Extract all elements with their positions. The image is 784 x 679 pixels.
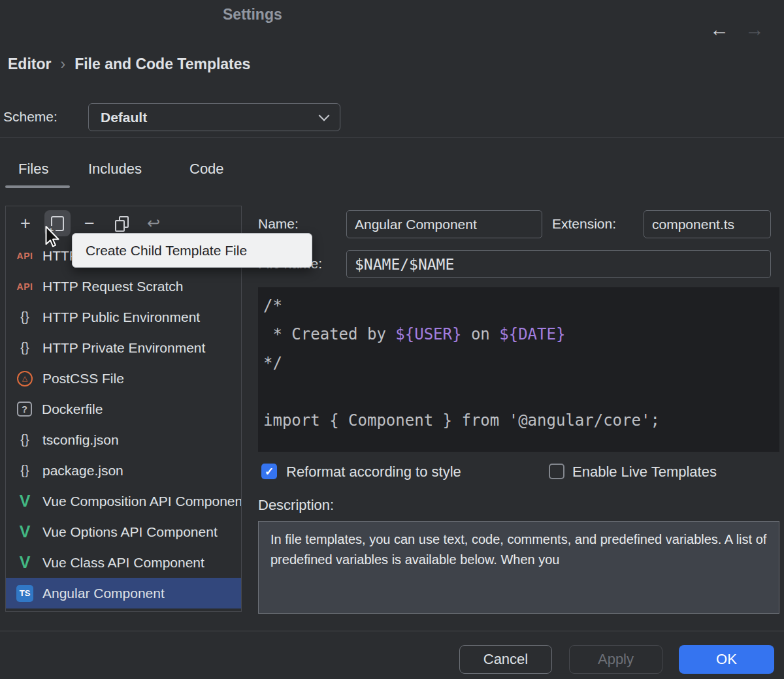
active-tab-indicator bbox=[5, 185, 70, 188]
template-row[interactable]: V Vue Class API Component bbox=[6, 547, 241, 578]
ok-button[interactable]: OK bbox=[679, 645, 774, 674]
chevron-down-icon bbox=[319, 110, 330, 121]
description-label: Description: bbox=[258, 497, 334, 514]
divider bbox=[0, 631, 784, 631]
code-line: * Created by ${USER} on ${DATE} bbox=[263, 320, 774, 349]
braces-icon: {} bbox=[14, 309, 36, 324]
breadcrumb-separator-icon: › bbox=[60, 55, 65, 72]
template-list: API HTTP Request API HTTP Request Scratc… bbox=[6, 240, 241, 608]
scheme-select[interactable]: Default bbox=[88, 103, 340, 131]
code-line: */ bbox=[263, 349, 774, 377]
add-template-button[interactable]: + bbox=[12, 210, 39, 236]
dockerfile-icon: ? bbox=[17, 402, 32, 417]
window-title: Settings bbox=[223, 6, 282, 24]
extension-input[interactable] bbox=[644, 210, 771, 238]
template-row[interactable]: △ PostCSS File bbox=[6, 363, 241, 394]
tab-code[interactable]: Code bbox=[189, 161, 224, 178]
braces-icon: {} bbox=[14, 463, 36, 478]
cancel-button[interactable]: Cancel bbox=[459, 645, 552, 674]
plus-icon: + bbox=[20, 213, 31, 234]
copy-template-button[interactable] bbox=[108, 210, 135, 236]
name-input[interactable] bbox=[346, 210, 542, 238]
template-variable: ${DATE} bbox=[499, 325, 565, 343]
template-row[interactable]: V Vue Options API Component bbox=[6, 516, 241, 547]
template-row[interactable]: {} tsconfig.json bbox=[6, 424, 241, 455]
minus-icon: − bbox=[84, 213, 95, 234]
live-templates-checkbox[interactable] bbox=[549, 464, 564, 479]
template-editor[interactable]: /* * Created by ${USER} on ${DATE} */ im… bbox=[258, 287, 779, 452]
template-row[interactable]: {} HTTP Private Environment bbox=[6, 332, 241, 363]
template-row[interactable]: ? Dockerfile bbox=[6, 394, 241, 424]
code-line: /* bbox=[263, 291, 774, 320]
apply-button[interactable]: Apply bbox=[569, 645, 662, 674]
template-row-selected[interactable]: TS Angular Component bbox=[6, 578, 241, 608]
vue-icon: V bbox=[14, 522, 36, 541]
breadcrumb-current: File and Code Templates bbox=[74, 55, 250, 72]
template-row[interactable]: {} HTTP Public Environment bbox=[6, 302, 241, 332]
reformat-checkbox[interactable]: ✓ bbox=[261, 464, 277, 479]
divider bbox=[0, 137, 784, 138]
forward-button[interactable]: → bbox=[745, 18, 764, 40]
typescript-icon: TS bbox=[16, 585, 33, 602]
name-label: Name: bbox=[258, 216, 299, 232]
create-child-template-button[interactable]: + bbox=[44, 210, 71, 236]
check-icon: ✓ bbox=[265, 465, 274, 479]
template-row[interactable]: {} package.json bbox=[6, 455, 241, 486]
file-name-input[interactable] bbox=[346, 250, 771, 278]
braces-icon: {} bbox=[14, 340, 36, 355]
live-templates-label: Enable Live Templates bbox=[572, 464, 717, 481]
copy-icon bbox=[114, 215, 129, 231]
tab-includes[interactable]: Includes bbox=[88, 161, 142, 178]
back-button[interactable]: ← bbox=[710, 18, 729, 40]
reformat-label: Reformat according to style bbox=[286, 464, 461, 481]
template-row[interactable]: API HTTP Request Scratch bbox=[6, 271, 241, 302]
api-icon: API bbox=[14, 281, 36, 292]
template-row[interactable]: V Vue Composition API Component bbox=[6, 486, 241, 516]
scheme-label: Scheme: bbox=[3, 109, 57, 125]
tab-files[interactable]: Files bbox=[18, 161, 48, 178]
vue-icon: V bbox=[14, 492, 36, 511]
postcss-icon: △ bbox=[17, 371, 33, 387]
tooltip: Create Child Template File bbox=[72, 233, 312, 268]
extension-label: Extension: bbox=[552, 216, 616, 232]
api-icon: API bbox=[14, 251, 36, 261]
breadcrumb-editor[interactable]: Editor bbox=[8, 55, 51, 72]
template-variable: ${USER} bbox=[395, 325, 461, 343]
braces-icon: {} bbox=[14, 432, 36, 447]
undo-icon: ↩ bbox=[147, 214, 160, 232]
remove-template-button[interactable]: − bbox=[76, 210, 103, 236]
breadcrumb: Editor›File and Code Templates bbox=[8, 55, 250, 73]
code-line: import { Component } from '@angular/core… bbox=[263, 406, 774, 435]
scheme-value: Default bbox=[101, 110, 147, 125]
description-text: In file templates, you can use text, cod… bbox=[258, 521, 779, 614]
reset-template-button[interactable]: ↩ bbox=[140, 210, 167, 236]
create-child-template-icon: + bbox=[51, 216, 64, 231]
code-line bbox=[263, 377, 774, 406]
vue-icon: V bbox=[14, 553, 36, 572]
